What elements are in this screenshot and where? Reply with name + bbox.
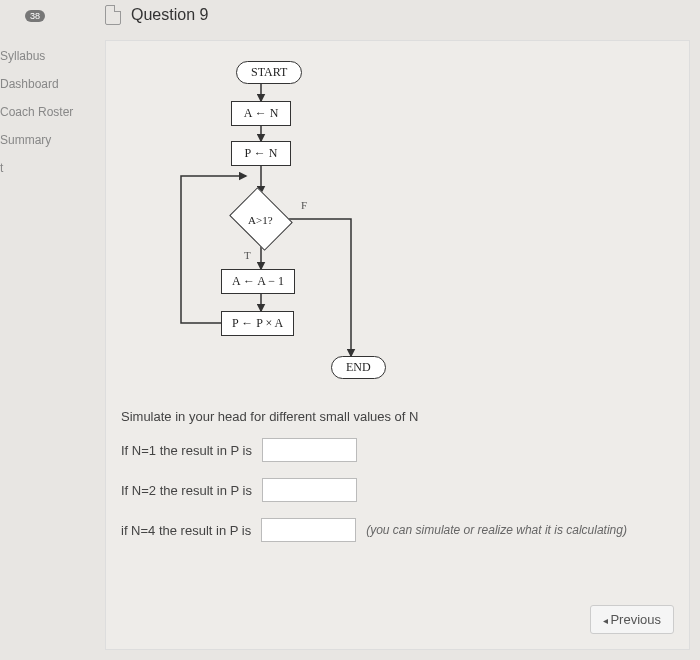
flowchart-step-a-dec: A ← A − 1 xyxy=(221,269,295,294)
main-content: Question 9 xyxy=(95,0,700,660)
flowchart-label-false: F xyxy=(301,199,307,211)
flowchart-arrows xyxy=(171,61,431,391)
question-row-n2: If N=2 the result in P is xyxy=(121,478,674,502)
flowchart-diagram: START A ← N P ← N A>1? F T A ← A − 1 P ←… xyxy=(171,61,431,391)
sidebar-item-summary[interactable]: Summary xyxy=(0,126,95,154)
answer-input-n2[interactable] xyxy=(262,478,357,502)
sidebar-item-t[interactable]: t xyxy=(0,154,95,182)
question-n2-label: If N=2 the result in P is xyxy=(121,483,252,498)
question-row-n1: If N=1 the result in P is xyxy=(121,438,674,462)
flowchart-label-true: T xyxy=(244,249,251,261)
flowchart-step-p-n: P ← N xyxy=(231,141,291,166)
question-row-n4: if N=4 the result in P is (you can simul… xyxy=(121,518,674,542)
sidebar-item-dashboard[interactable]: Dashboard xyxy=(0,70,95,98)
question-n4-hint: (you can simulate or realize what it is … xyxy=(366,523,627,537)
question-title: Question 9 xyxy=(131,6,208,24)
flowchart-start: START xyxy=(236,61,302,84)
question-n4-label: if N=4 the result in P is xyxy=(121,523,251,538)
question-n1-label: If N=1 the result in P is xyxy=(121,443,252,458)
page-icon xyxy=(105,5,121,25)
sidebar-item-coach-roster[interactable]: Coach Roster xyxy=(0,98,95,126)
flowchart-end: END xyxy=(331,356,386,379)
footer-nav: Previous xyxy=(590,605,674,634)
flowchart-step-a-n: A ← N xyxy=(231,101,291,126)
sidebar-item-syllabus[interactable]: Syllabus xyxy=(0,42,95,70)
flowchart-step-p-mul: P ← P × A xyxy=(221,311,294,336)
content-card: START A ← N P ← N A>1? F T A ← A − 1 P ←… xyxy=(105,40,690,650)
sidebar: 38 Syllabus Dashboard Coach Roster Summa… xyxy=(0,0,95,660)
answer-input-n4[interactable] xyxy=(261,518,356,542)
answer-input-n1[interactable] xyxy=(262,438,357,462)
question-header: Question 9 xyxy=(95,0,700,35)
previous-button[interactable]: Previous xyxy=(590,605,674,634)
flowchart-decision: A>1? xyxy=(229,187,293,251)
instruction-text: Simulate in your head for different smal… xyxy=(121,409,674,424)
count-badge: 38 xyxy=(25,10,45,22)
